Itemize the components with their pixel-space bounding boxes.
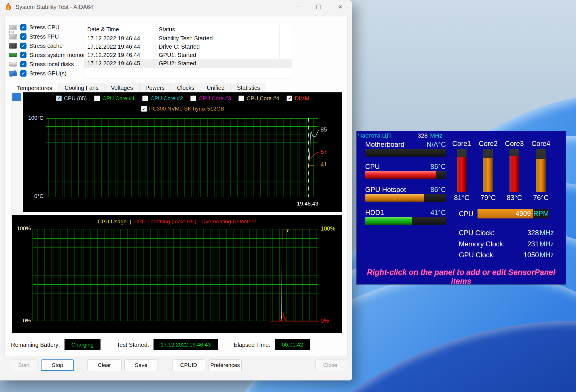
tab-voltages[interactable]: Voltages <box>105 83 139 93</box>
legend-core1-checkbox[interactable] <box>94 96 100 101</box>
legend-dimm-checkbox[interactable] <box>287 96 292 101</box>
log-status: GPU2: Started <box>156 59 280 68</box>
legend-dimm[interactable]: DIMM <box>287 95 309 102</box>
stress-cpu-label: Stress CPU <box>29 24 59 31</box>
start-button[interactable]: Start <box>10 359 38 371</box>
stress-option-cpu[interactable]: Stress CPU <box>8 23 88 32</box>
stress-gpu-checkbox[interactable] <box>20 70 26 77</box>
table-row-selected[interactable]: 17.12.2022 19:46:45 GPU2: Started <box>84 59 292 68</box>
legend-core4-checkbox[interactable] <box>238 96 244 101</box>
log-time: 17.12.2022 19:46:44 <box>84 51 156 59</box>
tab-powers[interactable]: Powers <box>139 83 171 93</box>
legend-cpu[interactable]: CPU (85) <box>56 95 87 102</box>
fpu-chip-icon <box>8 34 18 39</box>
x-axis-time-label: 19:46:43 <box>297 201 318 207</box>
stop-button[interactable]: Stop <box>41 359 74 371</box>
stress-option-gpu[interactable]: Stress GPU(s) <box>8 69 88 78</box>
memory-module-icon <box>8 53 18 57</box>
legend-cpu-checkbox[interactable] <box>56 96 62 101</box>
stress-option-cache[interactable]: Stress cache <box>8 41 88 50</box>
maximize-icon <box>316 5 321 9</box>
table-row[interactable]: 17.12.2022 19:46:44 GPU1: Started <box>84 51 292 59</box>
disk-icon <box>8 62 18 66</box>
log-col-datetime[interactable]: Date & Time <box>84 25 156 34</box>
core1-bar-fill <box>457 157 467 192</box>
memory-clock-row: Memory Clock: 231 MHz <box>459 240 554 248</box>
hdd1-bar <box>365 217 446 225</box>
memory-clock-value: 231 <box>527 240 539 248</box>
aida64-stability-test-window: System Stability Test - AIDA64 Stress CP… <box>0 0 352 380</box>
clear-button[interactable]: Clear <box>87 359 122 371</box>
core4-temp: 76°C <box>528 194 554 202</box>
maximize-button[interactable] <box>309 0 328 14</box>
sensor-panel[interactable]: Частота ЦП 328 MHz Motherboard N/A°C CPU… <box>357 131 566 284</box>
legend-core3[interactable]: CPU Core #3 <box>190 95 231 102</box>
log-status: Drive C: Started <box>156 43 280 51</box>
tab-clocks[interactable]: Clocks <box>171 83 200 93</box>
usage-right-min-label: 0% <box>321 317 329 324</box>
cpu-fan-unit: RPM <box>533 209 549 218</box>
temperature-plot <box>46 118 318 197</box>
stress-disks-checkbox[interactable] <box>20 61 26 67</box>
sensor-panel-hint: Right-click on the panel to add or edit … <box>357 268 566 286</box>
aida64-flame-icon <box>5 3 12 11</box>
cpu-fan-label: CPU <box>459 210 473 218</box>
stress-cache-checkbox[interactable] <box>20 43 26 49</box>
legend-core1[interactable]: CPU Core #1 <box>94 95 135 102</box>
core2-bar-fill <box>483 158 493 192</box>
preferences-button[interactable]: Preferences <box>209 359 242 371</box>
test-started-label: Test Started: <box>117 342 149 348</box>
dimm-end-value: 57 <box>321 149 327 155</box>
close-button[interactable] <box>331 0 350 14</box>
log-col-status[interactable]: Status <box>156 25 280 34</box>
temperature-series <box>46 118 319 197</box>
stress-option-fpu[interactable]: Stress FPU <box>8 32 88 41</box>
legend-nvme-checkbox[interactable] <box>141 106 147 112</box>
legend-core2[interactable]: CPU Core #2 <box>142 95 183 102</box>
log-status: Stability Test: Started <box>156 34 280 43</box>
temperature-chart: CPU (85) CPU Core #1 CPU Core #2 CPU Cor… <box>23 92 342 212</box>
cpu-clock-value: 328 <box>527 229 539 237</box>
legend-core2-checkbox[interactable] <box>142 96 148 101</box>
cpu-clock-unit: MHz <box>540 229 554 237</box>
event-log-table[interactable]: Date & Time Status 17.12.2022 19:46:44 S… <box>84 25 292 79</box>
battery-status: Charging <box>65 339 101 350</box>
cpu-fan-bar-fill: 4909 <box>478 209 533 218</box>
minimize-button[interactable] <box>288 0 307 14</box>
legend-core4[interactable]: CPU Core #4 <box>238 95 279 102</box>
window-content: Stress CPU Stress FPU Stress cache Stres… <box>4 16 348 356</box>
status-bar: Remaining Battery: Charging Test Started… <box>11 339 341 351</box>
stress-memory-checkbox[interactable] <box>20 52 26 58</box>
table-row[interactable]: 17.12.2022 19:46:44 Drive C: Started <box>84 43 292 51</box>
table-row[interactable]: 17.12.2022 19:46:44 Stability Test: Star… <box>84 34 292 43</box>
chart-scrollbar[interactable] <box>12 92 22 222</box>
tab-cooling-fans[interactable]: Cooling Fans <box>58 83 105 93</box>
stress-option-disks[interactable]: Stress local disks <box>8 60 88 69</box>
stress-option-memory[interactable]: Stress system memory <box>8 50 88 60</box>
log-time: 17.12.2022 19:46:45 <box>84 59 156 68</box>
usage-title: CPU Usage <box>98 218 126 224</box>
tab-statistics[interactable]: Statistics <box>231 83 266 93</box>
cpu-temp-bar <box>365 171 446 179</box>
core4-label: Core4 <box>528 140 554 148</box>
save-button[interactable]: Save <box>124 359 158 371</box>
core1-temp: 81°C <box>449 194 475 202</box>
legend-nvme[interactable]: PC300 NVMe SK hynix 512GB <box>141 106 224 112</box>
elapsed-value: 00:01:42 <box>275 339 310 350</box>
legend-core3-checkbox[interactable] <box>190 96 196 101</box>
chart-scrollbar-thumb[interactable] <box>12 93 21 101</box>
core3-temp: 83°C <box>501 194 527 202</box>
gpu-icon <box>8 71 18 76</box>
memory-clock-unit: MHz <box>540 240 554 248</box>
close-dialog-button[interactable]: Close <box>315 359 345 371</box>
memory-clock-label: Memory Clock: <box>459 240 505 248</box>
throttling-warning: CPU Throttling (max: 9%) - Overheating D… <box>134 218 256 224</box>
tab-unified[interactable]: Unified <box>201 83 231 93</box>
stress-cpu-checkbox[interactable] <box>20 24 26 31</box>
battery-label: Remaining Battery: <box>11 342 60 348</box>
cpuid-button[interactable]: CPUID <box>172 359 205 371</box>
stress-fpu-checkbox[interactable] <box>20 33 26 40</box>
log-time: 17.12.2022 19:46:44 <box>84 34 156 43</box>
core2-bar <box>483 149 493 192</box>
nvme-end-value: 41 <box>321 161 327 168</box>
